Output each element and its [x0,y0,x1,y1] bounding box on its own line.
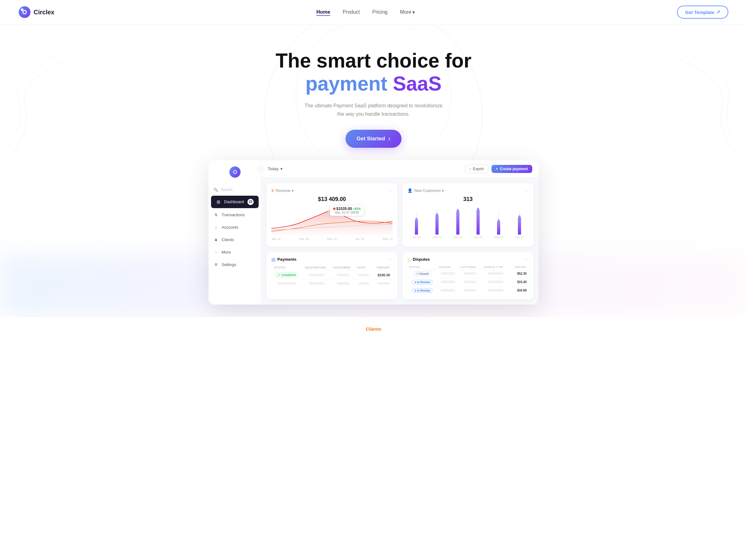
sidebar-item-more[interactable]: ··· More [209,247,261,258]
disputes-title: Disputes [413,257,430,262]
sidebar-item-settings[interactable]: ⚙ Settings [209,259,261,270]
more-icon: ··· [213,250,218,255]
status-badge-completed: ✓ Completed [275,272,299,277]
dollar-icon: $ [272,188,274,193]
revenue-value: $13 409.00 [272,196,392,203]
customers-widget-header: 👤 New Customers ▾ ··· [407,188,529,193]
get-started-button[interactable]: Get Started [345,130,402,148]
bar-jun: Jun, 23 [515,207,523,239]
chevron-down-icon: ▾ [292,189,293,193]
disputes-menu-dots[interactable]: ··· [524,257,529,262]
table-row: ● In Review $34.99 [407,286,529,295]
chart-tooltip: $1535.00 +45% Mar, 01 07:30PM [330,205,364,216]
nav-link-pricing[interactable]: Pricing [372,9,387,15]
customers-widget: 👤 New Customers ▾ ··· 313 [403,183,534,247]
tooltip-dot [333,208,336,210]
dashboard-icon: ⊞ [216,199,221,205]
status-badge: ● In Review [412,288,433,293]
users-icon: 👤 [407,188,412,193]
revenue-chart: $1535.00 +45% Mar, 01 07:30PM [272,205,392,236]
payments-widget: ▤ Payments ··· Status Description Custom… [266,252,397,300]
bar-line [416,213,416,219]
bar-feb: Feb, 23 [433,207,441,239]
search-icon: 🔍 [213,188,218,192]
bar-line [458,208,458,210]
nav-link-more[interactable]: More ▾ [400,9,415,15]
nav-link-product[interactable]: Product [343,9,360,15]
dashboard-badge: 23 [248,199,254,205]
nav-links: Home Product Pricing More ▾ [316,9,415,15]
alert-icon: △ [407,257,411,262]
export-button[interactable]: ↑ Export [465,165,488,173]
sidebar-item-clients[interactable]: ♟ Clients [209,234,261,245]
bar-may: May, 23 [494,207,503,239]
bar-apr: Apr, 23 [474,207,482,239]
bar-line [519,211,520,216]
disputes-widget: △ Disputes ··· Status Reason Customer [403,252,534,300]
sidebar-search[interactable]: 🔍 Search [209,185,261,194]
sidebar-item-dashboard[interactable]: ⊞ Dashboard 23 [211,196,259,208]
clients-icon: ♟ [213,237,218,242]
sidebar: ‹ 🔍 Search ⊞ Dashboard 23 ⇅ Transactions… [209,160,261,304]
navbar: Circlex Home Product Pricing More ▾ Get … [0,0,747,25]
dashboard-preview: ‹ 🔍 Search ⊞ Dashboard 23 ⇅ Transactions… [202,160,545,304]
bar-line [437,210,437,214]
customers-title: New Customers ▾ [414,189,444,193]
bar-line [478,208,479,209]
upload-icon: ↑ [469,167,471,171]
topbar-period[interactable]: Today ▾ [268,166,283,171]
topbar: Today ▾ ↑ Export + Create payment [261,160,538,178]
payments-table-header: Status Description Customer Date Amount [272,265,392,271]
table-row: ● In Review $15.40 [407,278,529,286]
chevron-down-icon: ▾ [412,9,415,15]
logo-icon [19,6,30,18]
hero-subtext: The ultimate Payment SaaS platform desig… [6,101,741,118]
payments-table: Status Description Customer Date Amount … [272,265,392,287]
logo-name: Circlex [34,9,54,16]
payments-icon: ▤ [272,257,276,262]
disputes-title-row: △ Disputes [407,257,430,262]
nav-link-home[interactable]: Home [316,9,330,16]
revenue-widget: $ Revenue ▾ ··· $13 409.00 [266,183,397,247]
external-link-icon: ↗ [716,9,720,15]
bar-mar: Mar, 23 [454,207,462,239]
bg-circle-small [296,25,451,174]
preview-card: ‹ 🔍 Search ⊞ Dashboard 23 ⇅ Transactions… [209,160,538,304]
payments-widget-header: ▤ Payments ··· [272,257,392,262]
payments-menu-dots[interactable]: ··· [388,257,392,262]
customers-menu-dots[interactable]: ··· [524,188,529,193]
table-row: ✓ Completed $100.30 [272,270,392,279]
payments-title: Payments [277,257,296,262]
revenue-menu-dots[interactable]: ··· [388,188,392,193]
customers-title-row: 👤 New Customers ▾ [407,188,444,193]
clients-section: Clients [0,317,747,332]
revenue-x-labels: Jan, 23 Feb, 23 Mar, 23 Apr, 23 May, 23 [272,236,392,242]
chevron-down-icon: ▾ [442,189,444,193]
bar-jan: Jan, 23 [412,207,420,239]
sidebar-item-accounts[interactable]: ○ Accounts [209,222,261,233]
sidebar-toggle[interactable]: ‹ [258,166,264,173]
settings-icon: ⚙ [213,262,218,267]
status-badge: ● In Review [412,280,433,285]
customers-bar-chart: Jan, 23 Feb, 23 [407,203,529,240]
logo-link[interactable]: Circlex [19,6,54,18]
get-template-button[interactable]: Get Template ↗ [677,6,728,19]
revenue-title-row: $ Revenue ▾ [272,188,293,193]
payments-title-row: ▤ Payments [272,257,296,262]
disputes-table: Status Reason Customer Source Type Amoun… [407,265,529,295]
disputes-widget-header: △ Disputes ··· [407,257,529,262]
sidebar-logo-icon [229,166,240,178]
create-payment-button[interactable]: + Create payment [491,165,532,173]
main-content: Today ▾ ↑ Export + Create payment [261,160,538,304]
plus-icon: + [496,167,498,171]
dashboard-grid: $ Revenue ▾ ··· $13 409.00 [261,178,538,304]
sidebar-item-transactions[interactable]: ⇅ Transactions [209,209,261,220]
chevron-down-icon: ▾ [280,166,283,171]
table-row [272,279,392,287]
hero-headline: The smart choice for payment SaaS [6,50,741,95]
disputes-table-header: Status Reason Customer Source Type Amoun… [407,265,529,270]
customers-value: 313 [407,196,529,203]
topbar-actions: ↑ Export + Create payment [465,165,532,173]
accounts-icon: ○ [213,225,218,230]
clients-label: Clients [366,326,381,331]
